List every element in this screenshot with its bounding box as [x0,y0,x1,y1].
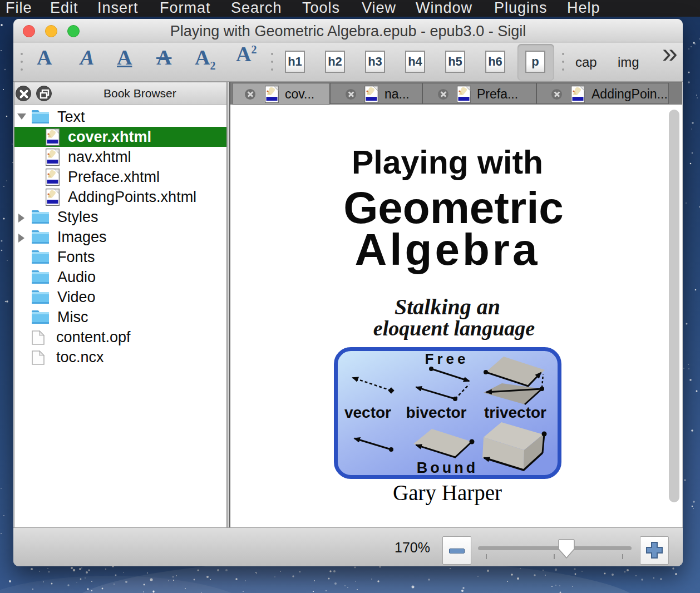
svg-text:Bound: Bound [417,459,478,476]
svg-text:trivector: trivector [484,404,546,421]
svg-text:Free: Free [425,350,469,367]
svg-text:vector: vector [344,404,391,421]
svg-text:bivector: bivector [406,404,467,421]
